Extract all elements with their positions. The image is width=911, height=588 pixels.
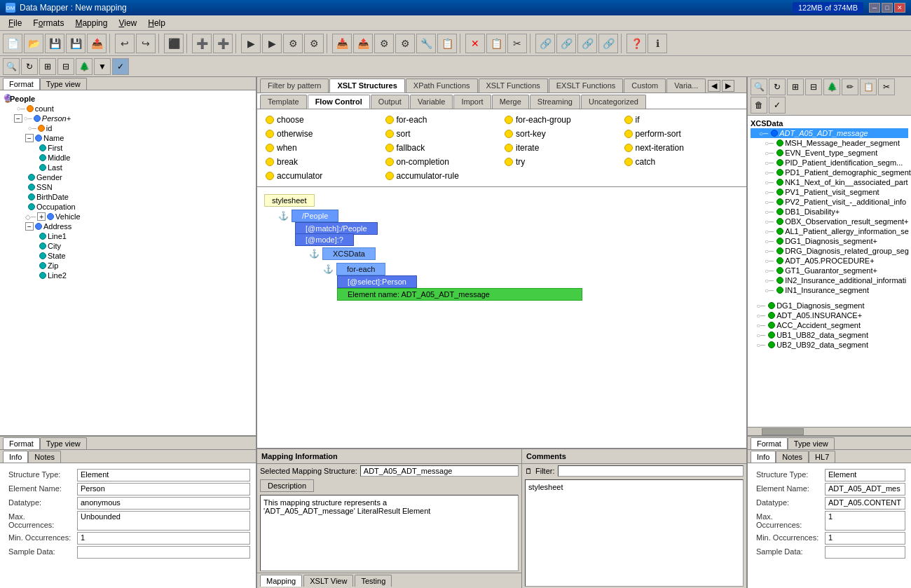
flow-catch[interactable]: catch (622, 156, 741, 168)
right-btn5[interactable]: 🌲 (823, 78, 840, 95)
flow-otherwise[interactable]: otherwise (263, 128, 383, 140)
tree-drg[interactable]: ○─ DRG_Diagnosis_related_group_seg (751, 246, 908, 256)
tree-adt-proc[interactable]: ○─ ADT_A05.PROCEDURE+ (751, 256, 908, 266)
tree-item-city[interactable]: City (3, 241, 253, 251)
undo-button[interactable]: ↩ (115, 34, 135, 53)
tree-pv1[interactable]: ○─ PV1_Patient_visit_segment (751, 187, 908, 197)
save-as-button[interactable]: 💾 (66, 34, 85, 53)
description-area[interactable]: This mapping structure represents a'ADT_… (260, 495, 519, 571)
flow-sort-key[interactable]: sort-key (502, 128, 622, 140)
map-btn[interactable]: 🔗 (535, 34, 555, 53)
right-btn4[interactable]: ⊟ (805, 78, 822, 95)
flow-sort[interactable]: sort (383, 128, 502, 140)
tree-item-state[interactable]: State (3, 251, 253, 261)
right-scrollbar[interactable] (748, 427, 911, 435)
collapse-btn[interactable]: ⊟ (57, 58, 74, 75)
uncategorized-tab[interactable]: Uncategorized (581, 95, 646, 109)
save-button[interactable]: 💾 (45, 34, 64, 53)
tree-item-line1[interactable]: Line1 (3, 231, 253, 241)
run-map[interactable]: ▶ (241, 34, 261, 53)
flow-fallback[interactable]: fallback (383, 142, 502, 154)
menu-mapping[interactable]: Mapping (69, 17, 113, 29)
menu-formats[interactable]: Formats (27, 17, 69, 29)
flow-accumulator[interactable]: accumulator (263, 170, 383, 182)
right-bottom-format-tab[interactable]: Format (751, 437, 788, 449)
tool3[interactable]: ⚙ (283, 34, 303, 53)
menu-help[interactable]: Help (142, 17, 171, 29)
tree-pv2[interactable]: ○─ PV2_Patient_visit_-_additional_info (751, 197, 908, 207)
tree-evn[interactable]: ○─ EVN_Event_type_segment (751, 148, 908, 158)
tree-item-count[interactable]: ○─ count (3, 104, 253, 114)
tree-obx[interactable]: ○─ OBX_Observation_result_segment+ (751, 217, 908, 226)
tree-in2[interactable]: ○─ IN2_Insurance_additional_informati (751, 275, 908, 285)
check-btn[interactable]: ✓ (112, 58, 129, 75)
expand-address[interactable]: − (25, 222, 34, 231)
tree-item-line2[interactable]: Line2 (3, 271, 253, 280)
flow-try[interactable]: try (502, 156, 622, 168)
tree-item-middle[interactable]: Middle (3, 153, 253, 163)
right-notes-tab[interactable]: Notes (776, 451, 809, 463)
maximize-button[interactable]: □ (882, 3, 893, 13)
unmap-btn[interactable]: 🔗 (556, 34, 576, 53)
flow-on-completion[interactable]: on-completion (383, 156, 502, 168)
map2-btn[interactable]: 🔗 (577, 34, 597, 53)
right-bottom-typeview-tab[interactable]: Type view (788, 437, 835, 449)
find-btn[interactable]: 🔍 (3, 58, 20, 75)
flow-if[interactable]: if (622, 114, 741, 126)
right-btn9[interactable]: 🗑 (751, 97, 767, 114)
mapping-canvas[interactable]: stylesheet ⚓ /People [@match]:/People [@… (257, 187, 746, 448)
close-button[interactable]: ✕ (894, 3, 905, 13)
info-btn[interactable]: ℹ (648, 34, 667, 53)
export-btn2[interactable]: 📤 (353, 34, 373, 53)
flow-perform-sort[interactable]: perform-sort (622, 128, 741, 140)
custom-tab[interactable]: Custom (624, 78, 666, 93)
flow-next-iteration[interactable]: next-iteration (622, 142, 741, 154)
exslt-functions-tab[interactable]: EXSLT Functions (549, 78, 624, 93)
tree-in1[interactable]: ○─ IN1_Insurance_segment (751, 285, 908, 295)
tool5[interactable]: ⚙ (374, 34, 394, 53)
help-btn[interactable]: ❓ (626, 34, 646, 53)
tree-nk1[interactable]: ○─ NK1_Next_of_kin__associated_part (751, 177, 908, 187)
tree-pd1[interactable]: ○─ PD1_Patient_demographic_segment (751, 167, 908, 177)
menu-view[interactable]: View (113, 17, 142, 29)
right-btn3[interactable]: ⊞ (787, 78, 804, 95)
tool8[interactable]: 📋 (437, 34, 457, 53)
prev-tab-btn[interactable]: ◀ (708, 80, 720, 92)
xpath-functions-tab[interactable]: XPath Functions (406, 78, 478, 93)
block-people[interactable]: /People (292, 210, 338, 222)
xslt-structures-tab[interactable]: XSLT Structures (329, 78, 404, 93)
tree-item-first[interactable]: First (3, 143, 253, 153)
tool7[interactable]: 🔧 (416, 34, 436, 53)
block-select[interactable]: [@select]:Person (337, 275, 417, 288)
tree-item-vehicle[interactable]: ◇─ + Vehicle (3, 212, 253, 221)
flow-choose[interactable]: choose (263, 114, 383, 126)
comments-text[interactable]: stylesheet (525, 479, 744, 587)
tree-pid[interactable]: ○─ PID_Patient_identification_segm... (751, 158, 908, 167)
run-map2[interactable]: ▶ (262, 34, 282, 53)
tree-item-birthdate[interactable]: BirthDate (3, 192, 253, 202)
tree-item-last[interactable]: Last (3, 163, 253, 172)
expand-btn[interactable]: ⊞ (39, 58, 56, 75)
new-button[interactable]: 📄 (3, 34, 22, 53)
tree-dg1-sub[interactable]: ○─ DG1_Diagnosis_segment+ (751, 236, 908, 246)
left-notes-tab[interactable]: Notes (28, 451, 61, 463)
streaming-tab[interactable]: Streaming (530, 95, 580, 109)
import-tab[interactable]: Import (453, 95, 491, 109)
right-info-tab[interactable]: Info (751, 451, 776, 463)
tool6[interactable]: ⚙ (395, 34, 415, 53)
left-bottom-format-tab[interactable]: Format (3, 437, 40, 449)
cut-btn[interactable]: ✂ (507, 34, 527, 53)
right-hl7-tab[interactable]: HL7 (809, 451, 835, 463)
right-btn8[interactable]: ✂ (878, 78, 895, 95)
flow-break[interactable]: break (263, 156, 383, 168)
right-btn7[interactable]: 📋 (860, 78, 877, 95)
tree-item-occupation[interactable]: Occupation (3, 202, 253, 212)
tool4[interactable]: ⚙ (304, 34, 324, 53)
import-btn[interactable]: 📥 (332, 34, 352, 53)
copy-btn[interactable]: 📋 (486, 34, 506, 53)
stop-button[interactable]: ⬛ (164, 34, 184, 53)
filter-input[interactable] (558, 465, 744, 477)
mapping-tab[interactable]: Mapping (260, 575, 302, 587)
template-tab[interactable]: Template (260, 95, 307, 109)
flow-for-each-group[interactable]: for-each-group (502, 114, 622, 126)
